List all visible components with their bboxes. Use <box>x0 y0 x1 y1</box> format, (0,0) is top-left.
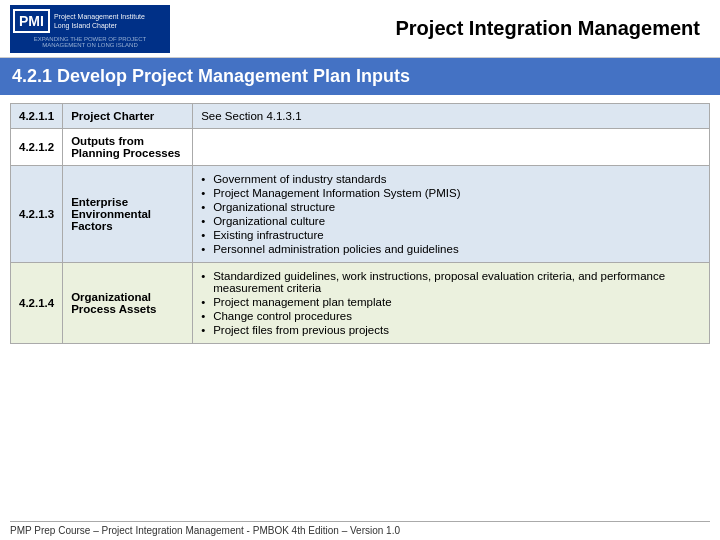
list-item: Standardized guidelines, work instructio… <box>201 269 701 295</box>
row-number: 4.2.1.4 <box>11 263 63 344</box>
table-row: 4.2.1.2Outputs from Planning Processes <box>11 129 710 166</box>
list-item: Government of industry standards <box>201 172 701 186</box>
pmi-line1: Project Management Institute <box>54 13 145 20</box>
pmi-logo-icon: PMI <box>13 9 50 33</box>
row-label: Organizational Process Assets <box>63 263 193 344</box>
inputs-table: 4.2.1.1Project CharterSee Section 4.1.3.… <box>10 103 710 344</box>
row-content: Government of industry standardsProject … <box>193 166 710 263</box>
row-content: Standardized guidelines, work instructio… <box>193 263 710 344</box>
bullet-list: Government of industry standardsProject … <box>201 172 701 256</box>
list-item: Project files from previous projects <box>201 323 701 337</box>
row-label: Project Charter <box>63 104 193 129</box>
row-number: 4.2.1.1 <box>11 104 63 129</box>
bullet-list: Standardized guidelines, work instructio… <box>201 269 701 337</box>
logo-area: PMI Project Management Institute Long Is… <box>10 5 170 53</box>
list-item: Personnel administration policies and gu… <box>201 242 701 256</box>
pmi-line2: Long Island Chapter <box>54 22 117 29</box>
list-item: Project Management Information System (P… <box>201 186 701 200</box>
row-number: 4.2.1.2 <box>11 129 63 166</box>
footer: PMP Prep Course – Project Integration Ma… <box>10 521 710 536</box>
table-row: 4.2.1.3Enterprise Environmental FactorsG… <box>11 166 710 263</box>
logo-text: Project Management Institute Long Island… <box>54 12 145 30</box>
page-title: 4.2.1 Develop Project Management Plan In… <box>0 58 720 95</box>
header: PMI Project Management Institute Long Is… <box>0 0 720 58</box>
logo-tagline: EXPANDING THE POWER OF PROJECT MANAGEMEN… <box>13 36 167 48</box>
content-text: See Section 4.1.3.1 <box>201 110 301 122</box>
list-item: Project management plan template <box>201 295 701 309</box>
logo-box: PMI Project Management Institute Long Is… <box>10 5 170 53</box>
table-row: 4.2.1.4Organizational Process AssetsStan… <box>11 263 710 344</box>
row-content <box>193 129 710 166</box>
main-content: 4.2.1.1Project CharterSee Section 4.1.3.… <box>0 95 720 352</box>
table-row: 4.2.1.1Project CharterSee Section 4.1.3.… <box>11 104 710 129</box>
row-number: 4.2.1.3 <box>11 166 63 263</box>
list-item: Organizational culture <box>201 214 701 228</box>
header-title: Project Integration Management <box>170 17 710 40</box>
list-item: Organizational structure <box>201 200 701 214</box>
list-item: Change control procedures <box>201 309 701 323</box>
footer-text: PMP Prep Course – Project Integration Ma… <box>10 525 400 536</box>
list-item: Existing infrastructure <box>201 228 701 242</box>
row-label: Enterprise Environmental Factors <box>63 166 193 263</box>
row-label: Outputs from Planning Processes <box>63 129 193 166</box>
row-content: See Section 4.1.3.1 <box>193 104 710 129</box>
